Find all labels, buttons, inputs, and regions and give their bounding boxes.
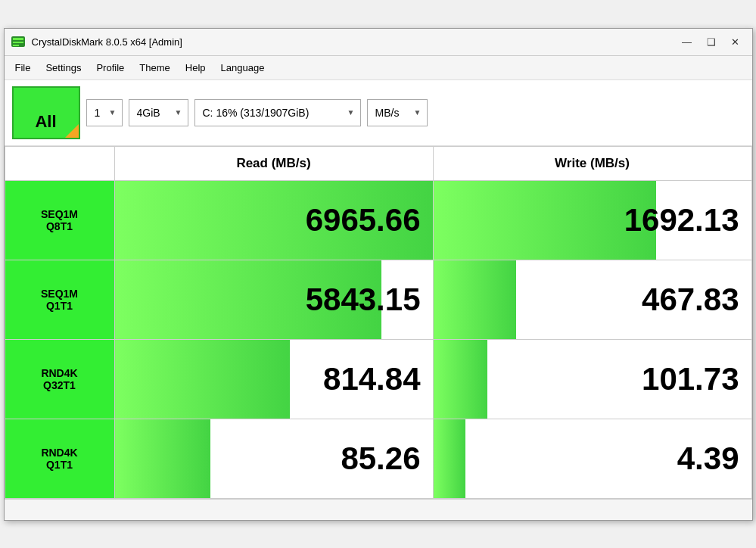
data-cell-rnd4k-q32t1-write: 101.73 — [434, 340, 752, 419]
header-empty-cell — [5, 147, 115, 181]
count-select-wrapper: 1 3 5 9 ▼ — [86, 99, 123, 126]
data-cell-rnd4k-q1t1-read: 85.26 — [115, 419, 434, 499]
read-value-seq1m-q1t1: 5843.15 — [306, 282, 421, 318]
menu-file[interactable]: File — [8, 59, 39, 76]
count-select[interactable]: 1 3 5 9 — [86, 99, 123, 126]
data-cell-seq1m-q1t1-write: 467.83 — [434, 260, 752, 340]
data-cell-rnd4k-q32t1-read: 814.84 — [115, 340, 434, 419]
status-bar — [5, 499, 752, 520]
data-cell-seq1m-q8t1-read: 6965.66 — [115, 181, 434, 260]
app-window: CrystalDiskMark 8.0.5 x64 [Admin] — ❑ ✕ … — [4, 28, 753, 521]
svg-rect-2 — [13, 42, 23, 43]
title-bar-left: CrystalDiskMark 8.0.5 x64 [Admin] — [11, 34, 182, 49]
maximize-button[interactable]: ❑ — [701, 34, 722, 49]
unit-select-wrapper: MB/s GB/s IOPS μs ▼ — [367, 99, 428, 126]
menu-theme[interactable]: Theme — [132, 59, 177, 76]
svg-rect-3 — [13, 45, 19, 46]
svg-rect-1 — [13, 38, 23, 40]
menu-bar: File Settings Profile Theme Help Languag… — [5, 56, 752, 80]
data-cell-seq1m-q1t1-read: 5843.15 — [115, 260, 434, 340]
row-label-seq1m-q1t1: SEQ1M Q1T1 — [5, 260, 115, 340]
read-value-rnd4k-q32t1: 814.84 — [323, 361, 420, 397]
read-bar-rnd4k-q1t1 — [115, 419, 210, 498]
main-content: Read (MB/s) Write (MB/s) SEQ1M Q8T1 6965… — [5, 146, 752, 499]
write-value-seq1m-q1t1: 467.83 — [642, 282, 739, 318]
drive-select[interactable]: C: 16% (313/1907GiB) — [194, 99, 361, 126]
row-label-seq1m-q8t1: SEQ1M Q8T1 — [5, 181, 115, 260]
read-value-seq1m-q8t1: 6965.66 — [306, 202, 421, 238]
row-label-rnd4k-q1t1: RND4K Q1T1 — [5, 419, 115, 499]
write-bar-rnd4k-q1t1 — [434, 419, 465, 498]
write-value-rnd4k-q32t1: 101.73 — [642, 361, 739, 397]
results-grid: Read (MB/s) Write (MB/s) SEQ1M Q8T1 6965… — [5, 146, 752, 499]
close-button[interactable]: ✕ — [725, 34, 746, 49]
write-value-rnd4k-q1t1: 4.39 — [677, 441, 739, 477]
minimize-button[interactable]: — — [677, 34, 698, 49]
title-bar-controls: — ❑ ✕ — [677, 34, 746, 49]
read-bar-rnd4k-q32t1 — [115, 340, 290, 419]
col-header-read: Read (MB/s) — [115, 147, 434, 181]
row-label-rnd4k-q32t1: RND4K Q32T1 — [5, 340, 115, 419]
menu-language[interactable]: Language — [213, 59, 272, 76]
write-bar-rnd4k-q32t1 — [434, 340, 487, 419]
window-title: CrystalDiskMark 8.0.5 x64 [Admin] — [32, 36, 182, 48]
all-button[interactable]: All — [12, 86, 80, 139]
app-icon — [11, 34, 26, 49]
write-bar-seq1m-q8t1 — [434, 181, 656, 260]
read-value-rnd4k-q1t1: 85.26 — [341, 441, 420, 477]
data-cell-seq1m-q8t1-write: 1692.13 — [434, 181, 752, 260]
drive-select-wrapper: C: 16% (313/1907GiB) ▼ — [194, 99, 361, 126]
menu-help[interactable]: Help — [178, 59, 213, 76]
col-header-write: Write (MB/s) — [434, 147, 752, 181]
toolbar: All 1 3 5 9 ▼ 1GiB 2GiB 4GiB 8GiB 16GiB … — [5, 80, 752, 146]
write-value-seq1m-q8t1: 1692.13 — [624, 202, 739, 238]
data-cell-rnd4k-q1t1-write: 4.39 — [434, 419, 752, 499]
menu-profile[interactable]: Profile — [89, 59, 132, 76]
size-select-wrapper: 1GiB 2GiB 4GiB 8GiB 16GiB ▼ — [129, 99, 188, 126]
title-bar: CrystalDiskMark 8.0.5 x64 [Admin] — ❑ ✕ — [5, 29, 752, 56]
unit-select[interactable]: MB/s GB/s IOPS μs — [367, 99, 428, 126]
write-bar-seq1m-q1t1 — [434, 260, 516, 339]
menu-settings[interactable]: Settings — [38, 59, 89, 76]
size-select[interactable]: 1GiB 2GiB 4GiB 8GiB 16GiB — [129, 99, 188, 126]
